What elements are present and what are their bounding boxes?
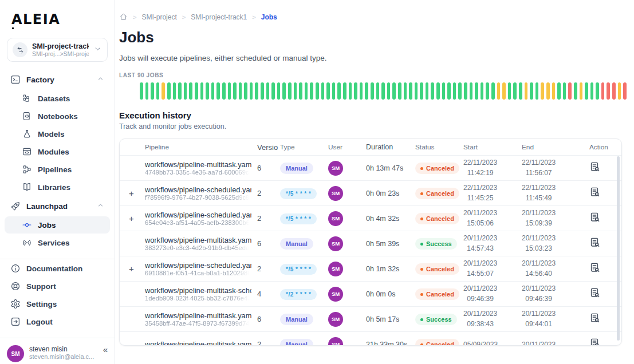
- job-status-bar: [568, 82, 572, 100]
- sidebar-item-settings[interactable]: Settings: [5, 295, 110, 312]
- job-status-bar: [337, 82, 341, 100]
- job-status-bar: [332, 82, 336, 100]
- logs-icon: [589, 262, 601, 274]
- sidebar-item-pipelines[interactable]: Pipelines: [5, 161, 110, 178]
- status-badge: Success: [415, 238, 457, 250]
- sidebar-item-jobs[interactable]: Jobs: [5, 216, 110, 234]
- logs-icon: [589, 312, 601, 324]
- job-status-bar: [612, 82, 616, 100]
- start-datetime: 20/11/202309:38:43: [463, 309, 497, 329]
- job-status-bar: [546, 82, 550, 100]
- logs-icon: [589, 287, 601, 299]
- breadcrumb-item-jobs[interactable]: Jobs: [261, 13, 277, 21]
- jobs-table-card: PipelineVersionTypeUserDurationStatusSta…: [119, 139, 622, 346]
- job-status-bar: [261, 82, 264, 100]
- status-dot: [420, 318, 423, 321]
- status-badge: Canceled: [415, 188, 459, 199]
- gear-icon: [10, 299, 21, 309]
- expand-row-button[interactable]: +: [122, 213, 136, 223]
- job-status-bar: [541, 82, 544, 100]
- type-badge: */5 * * * *: [280, 188, 317, 199]
- libraries-icon: [22, 182, 32, 192]
- table-row: + workflows/pipeline-scheduled.yaml f785…: [120, 180, 621, 205]
- job-status-bar: [310, 82, 313, 100]
- job-status-bar: [244, 82, 247, 100]
- status-badge: Success: [415, 314, 457, 325]
- hierarchy-icon: [13, 42, 27, 57]
- sidebar-item-datasets[interactable]: Datasets: [5, 90, 110, 107]
- end-datetime: 20/11/202309:44:01: [522, 309, 556, 329]
- info-icon: [10, 263, 21, 274]
- breadcrumb-item-smi-project[interactable]: SMI-project: [141, 13, 176, 21]
- sidebar-item-services[interactable]: Services: [5, 234, 110, 251]
- jobs-table: PipelineVersionTypeUserDurationStatusSta…: [120, 139, 621, 346]
- end-datetime: 20/11/202314:56:40: [522, 259, 556, 279]
- sidebar-section-launchpad[interactable]: Launchpad: [5, 196, 110, 216]
- job-status-bar: [371, 82, 374, 100]
- sidebar-item-modules[interactable]: Modules: [5, 143, 110, 160]
- project-selector[interactable]: SMI-project-track1 SMI-proj...>SMI-proje…: [7, 38, 108, 62]
- sidebar-item-support[interactable]: Support: [5, 278, 110, 295]
- sidebar-section-factory[interactable]: Factory: [5, 70, 110, 89]
- view-logs-button[interactable]: [589, 161, 601, 173]
- duration-value: 0h 13m 47s: [364, 164, 413, 172]
- view-logs-button[interactable]: [589, 287, 601, 299]
- expand-row-button[interactable]: +: [122, 188, 136, 198]
- user-avatar: SM: [328, 287, 343, 302]
- page-title: Jobs: [119, 29, 631, 46]
- expand-row-button[interactable]: +: [122, 264, 136, 274]
- job-status-bar: [491, 82, 495, 100]
- view-logs-button[interactable]: [589, 338, 601, 346]
- view-logs-button[interactable]: [589, 187, 601, 198]
- start-datetime: 20/11/202309:46:39: [463, 284, 497, 304]
- table-row: workflows/pipeline-multitask.yaml 2 Manu…: [120, 331, 621, 346]
- sidebar-item-documentation[interactable]: Documentation: [5, 260, 110, 277]
- pipeline-name: workflows/pipeline-multitask.yaml: [145, 160, 249, 169]
- notebooks-icon: [22, 111, 32, 121]
- pipeline-name: workflows/pipeline-multitask-sche...: [145, 286, 249, 295]
- job-status-bar: [200, 82, 204, 100]
- job-status-bar: [404, 82, 407, 100]
- job-status-bar: [305, 82, 308, 100]
- version-value: 6: [251, 239, 278, 248]
- job-status-bar: [502, 82, 506, 100]
- job-status-bar: [222, 82, 226, 100]
- job-status-bar: [623, 82, 627, 100]
- status-badge: Canceled: [415, 288, 459, 300]
- view-logs-button[interactable]: [589, 262, 601, 274]
- sidebar-item-notebooks[interactable]: Notebooks: [5, 108, 110, 125]
- job-status-bar: [239, 82, 242, 100]
- job-status-bar: [156, 82, 160, 100]
- view-logs-button[interactable]: [589, 237, 601, 248]
- job-status-bar: [508, 82, 511, 100]
- chevron-down-icon: [93, 45, 102, 56]
- home-icon[interactable]: [119, 13, 128, 21]
- job-status-bar: [618, 82, 621, 100]
- breadcrumb: >SMI-project>SMI-project-track1>Jobs: [119, 13, 631, 21]
- logout-icon: [10, 316, 21, 327]
- collapse-sidebar-button[interactable]: «: [103, 345, 108, 354]
- lifebuoy-icon: [10, 281, 21, 291]
- column-header-action: Action: [578, 143, 621, 151]
- sidebar-item-label: Datasets: [38, 94, 70, 103]
- job-status-bar: [266, 82, 270, 100]
- job-status-bar: [326, 82, 330, 100]
- table-scrollbar-thumb[interactable]: [617, 156, 620, 341]
- job-status-bar: [513, 82, 517, 100]
- pipeline-run-id: 6910881e-f051-41ca-b0a1-b12029863b2: [145, 270, 249, 276]
- execution-history-subtitle: Track and monitor jobs execution.: [119, 122, 631, 130]
- job-status-bar: [481, 82, 484, 100]
- sidebar-item-label: Modules: [38, 148, 69, 156]
- job-status-bar: [525, 82, 528, 100]
- breadcrumb-separator: >: [133, 14, 136, 21]
- breadcrumb-item-smi-project-track1[interactable]: SMI-project-track1: [191, 13, 247, 21]
- version-value: 6: [251, 164, 278, 172]
- job-status-bar: [431, 82, 434, 100]
- view-logs-button[interactable]: [589, 312, 601, 324]
- sidebar-item-logout[interactable]: Logout: [5, 313, 110, 330]
- sidebar-item-libraries[interactable]: Libraries: [5, 179, 110, 196]
- pipeline-run-id: f78596f9-9767-4b27-9038-5625d9c99e4: [145, 194, 249, 201]
- view-logs-button[interactable]: [589, 212, 601, 223]
- duration-value: 0h 0m 23s: [364, 189, 413, 197]
- sidebar-item-models[interactable]: Models: [5, 125, 110, 143]
